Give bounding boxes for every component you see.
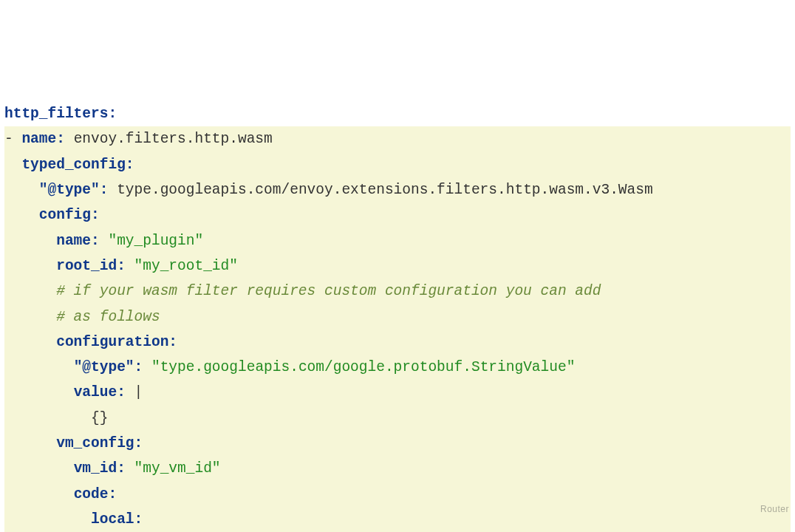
yaml-key: http_filters: [4, 106, 117, 122]
code-block: http_filters: - name: envoy.filters.http… [0, 101, 795, 532]
yaml-value: type.googleapis.com/envoy.extensions.fil… [117, 182, 653, 198]
yaml-value: {} [91, 410, 108, 426]
yaml-key: "@type": [74, 359, 143, 375]
yaml-key: vm_id: [74, 460, 126, 477]
list-dash: - [4, 131, 13, 147]
yaml-string: "type.googleapis.com/google.protobuf.Str… [151, 359, 575, 375]
yaml-key: name: [21, 131, 65, 147]
watermark-text: Router [760, 497, 789, 522]
yaml-key: code: [74, 486, 117, 502]
yaml-key: name: [56, 233, 100, 249]
highlighted-region: - name: envoy.filters.http.wasm typed_co… [4, 126, 791, 532]
yaml-comment: # as follows [56, 309, 160, 325]
yaml-string: "my_vm_id" [134, 460, 221, 477]
yaml-key: root_id: [56, 258, 126, 274]
yaml-key: configuration: [56, 334, 177, 350]
yaml-string: "my_plugin" [108, 233, 203, 249]
yaml-key: typed_config: [21, 157, 134, 173]
yaml-value: | [134, 384, 143, 400]
yaml-key: config: [39, 207, 100, 223]
yaml-key: local: [91, 511, 143, 528]
yaml-key: "@type": [39, 182, 109, 198]
yaml-key: vm_config: [56, 435, 143, 451]
yaml-string: "my_root_id" [134, 258, 238, 274]
yaml-comment: # if your wasm filter requires custom co… [56, 283, 601, 299]
yaml-value: envoy.filters.http.wasm [74, 131, 273, 147]
yaml-key: value: [74, 384, 126, 400]
